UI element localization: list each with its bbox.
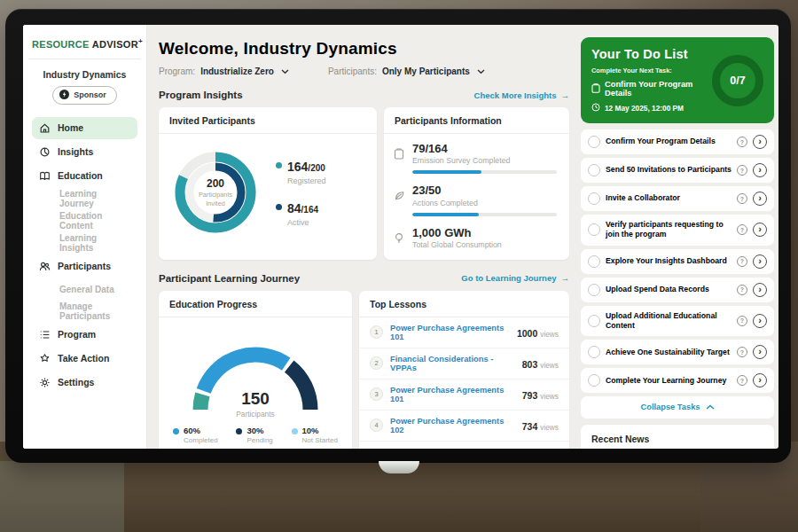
todo-column: Your To Do List Complete Your Next Task:… xyxy=(580,25,778,449)
lesson-link[interactable]: Financial Considerations - VPPAs xyxy=(390,355,515,372)
legend-item-registered: 164/200 Registered xyxy=(276,159,326,185)
todo-checkbox[interactable] xyxy=(588,136,600,148)
recent-news-title: Recent News xyxy=(591,434,763,444)
lesson-link[interactable]: Power Purchase Agreements 102 xyxy=(390,417,515,434)
dashboard-screen: RESOURCE ADVISOR+ Industry Dynamics Spon… xyxy=(23,25,778,449)
help-icon[interactable]: ? xyxy=(737,165,747,176)
completed-label: Completed xyxy=(184,436,218,444)
todo-checkbox[interactable] xyxy=(588,346,600,358)
help-icon[interactable]: ? xyxy=(737,137,747,147)
list-icon xyxy=(39,329,51,340)
go-to-task-button[interactable]: › xyxy=(753,254,767,269)
collapse-tasks-link[interactable]: Collapse Tasks xyxy=(581,396,774,419)
todo-checkbox[interactable] xyxy=(588,192,600,205)
sidebar-item-learning-insights[interactable]: Learning Insights xyxy=(32,233,137,254)
sidebar-item-learning-journey[interactable]: Learning Journey xyxy=(32,189,137,209)
help-icon[interactable]: ? xyxy=(737,193,747,204)
help-icon[interactable]: ? xyxy=(737,256,747,267)
participants-dropdown[interactable]: Participants: Only My Participants xyxy=(328,66,485,76)
learning-journey-title: Participant Learning Journey xyxy=(159,273,300,284)
sidebar-item-manage-participants[interactable]: Manage Participants xyxy=(32,301,137,322)
background-shadow-left xyxy=(0,461,124,532)
lesson-views: 793 xyxy=(522,390,538,401)
lesson-link[interactable]: Power Purchase Agreements 103 xyxy=(390,448,515,449)
todo-item: Invite a Collaborator ? › xyxy=(581,186,774,211)
todo-checkbox[interactable] xyxy=(588,223,600,236)
todo-item: Complete Your Learning Journey ? › xyxy=(581,368,774,393)
go-to-task-button[interactable]: › xyxy=(753,135,767,149)
active-value: 84 xyxy=(287,201,301,215)
chevron-down-icon xyxy=(281,69,289,74)
sidebar-item-general-data[interactable]: General Data xyxy=(32,279,137,300)
todo-checkbox[interactable] xyxy=(588,374,600,387)
todo-list: Confirm Your Program Details ? › Send 50… xyxy=(581,129,774,419)
app-logo: RESOURCE ADVISOR+ xyxy=(32,37,137,50)
todo-checkbox[interactable] xyxy=(588,164,600,176)
todo-checkbox[interactable] xyxy=(588,284,600,296)
sidebar-item-settings[interactable]: Settings xyxy=(32,372,137,394)
sidebar-item-insights[interactable]: Insights xyxy=(32,141,137,163)
help-icon[interactable]: ? xyxy=(737,347,747,357)
sidebar-item-program[interactable]: Program xyxy=(32,324,137,346)
global-consumption-label: Total Global Consumption xyxy=(412,240,557,249)
go-to-task-button[interactable]: › xyxy=(753,373,767,387)
help-icon[interactable]: ? xyxy=(737,316,747,326)
sidebar-item-label: Manage Participants xyxy=(59,301,130,321)
registered-label: Registered xyxy=(287,176,326,185)
go-to-task-button[interactable]: › xyxy=(753,314,767,328)
chevron-up-icon xyxy=(706,403,715,411)
go-to-task-button[interactable]: › xyxy=(753,163,767,177)
page-title: Welcome, Industry Dynamics xyxy=(159,39,569,59)
sidebar-item-education-content[interactable]: Education Content xyxy=(32,211,137,231)
sponsor-icon xyxy=(59,90,69,101)
todo-item-label: Send 50 Invitations to Participants xyxy=(606,165,732,175)
not-started-pct: 10% xyxy=(302,426,338,435)
check-more-insights-link[interactable]: Check More Insights → xyxy=(474,90,569,100)
program-value: Industrialize Zero xyxy=(200,66,274,76)
todo-item: Send 50 Invitations to Participants ? › xyxy=(581,158,774,183)
program-insights-title: Program Insights xyxy=(159,90,243,100)
insights-cards-row: Invited Participants 200 Participants In… xyxy=(159,107,569,260)
help-icon[interactable]: ? xyxy=(737,224,747,235)
top-lessons-title: Top Lessons xyxy=(359,291,569,317)
completed-pct: 60% xyxy=(184,426,218,435)
legend-dot xyxy=(173,428,179,434)
gauge-center-value: 150 xyxy=(174,390,337,407)
divider xyxy=(28,59,141,59)
todo-item-label: Achieve One Sustainability Target xyxy=(606,348,732,357)
sidebar-item-home[interactable]: Home xyxy=(32,117,137,139)
people-icon xyxy=(39,261,51,272)
help-icon[interactable]: ? xyxy=(737,375,747,386)
sidebar-item-education[interactable]: Education xyxy=(32,165,137,187)
lesson-link[interactable]: Power Purchase Agreements 101 xyxy=(390,386,515,403)
sidebar-item-label: Settings xyxy=(58,377,94,387)
gear-icon xyxy=(39,377,51,388)
go-to-task-button[interactable]: › xyxy=(753,283,767,297)
bulb-icon xyxy=(393,227,405,249)
sidebar-item-participants[interactable]: Participants xyxy=(32,255,137,278)
sidebar-item-take-action[interactable]: Take Action xyxy=(32,348,137,370)
book-icon xyxy=(39,170,51,182)
help-icon[interactable]: ? xyxy=(737,285,747,295)
recent-news-card: Recent News xyxy=(581,425,774,449)
todo-summary-card: Your To Do List Complete Your Next Task:… xyxy=(581,37,774,123)
progress-fill xyxy=(412,213,479,216)
monitor-stand xyxy=(379,461,419,473)
todo-item-label: Complete Your Learning Journey xyxy=(606,376,732,386)
program-dropdown[interactable]: Program: Industrialize Zero xyxy=(159,66,289,76)
logo-advisor: ADVISOR xyxy=(92,39,138,50)
go-to-task-button[interactable]: › xyxy=(753,345,767,359)
todo-checkbox[interactable] xyxy=(588,255,600,268)
invited-participants-card: Invited Participants 200 Participants In… xyxy=(159,107,377,260)
education-progress-card: Education Progress 150 Participants xyxy=(159,291,352,449)
go-to-learning-journey-link[interactable]: Go to Learning Journey → xyxy=(461,273,569,283)
todo-item-label: Confirm Your Program Details xyxy=(606,137,732,146)
lesson-row: 2 Financial Considerations - VPPAs 803vi… xyxy=(359,348,569,379)
todo-item: Confirm Your Program Details ? › xyxy=(581,129,774,154)
todo-checkbox[interactable] xyxy=(588,315,600,327)
arrow-right-icon: → xyxy=(561,273,570,283)
lesson-link[interactable]: Power Purchase Agreements 101 xyxy=(390,324,510,341)
go-to-task-button[interactable]: › xyxy=(753,223,767,237)
go-to-task-button[interactable]: › xyxy=(753,192,767,206)
todo-item: Achieve One Sustainability Target ? › xyxy=(581,340,774,364)
